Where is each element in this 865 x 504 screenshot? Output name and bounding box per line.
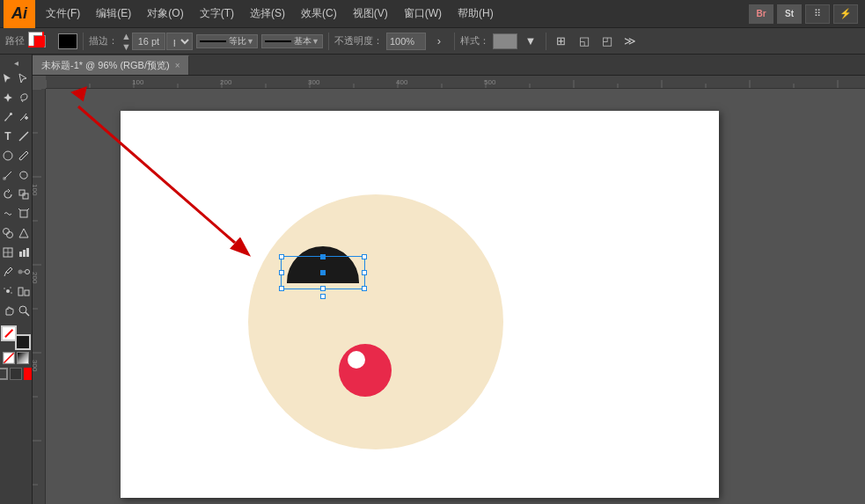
blob-brush-tool[interactable] [16,165,32,185]
type-tool[interactable]: T [0,127,16,146]
eyedropper-tool[interactable] [0,262,16,281]
tool-row-4: T [0,127,32,146]
column-graph-tool[interactable] [16,281,32,301]
svg-point-12 [4,229,10,235]
svg-point-6 [3,177,6,180]
settings-btn[interactable]: ⚡ [833,4,858,24]
line-style-preview[interactable]: 等比 ▼ [196,34,258,48]
stroke-size-input[interactable] [132,33,165,50]
svg-rect-60 [33,89,46,504]
sep4 [546,33,546,50]
opacity-extra-btn[interactable]: › [429,32,449,51]
select-tool[interactable] [0,69,16,88]
tab-title: 未标题-1* @ 96% (RGB/预览) [41,59,170,72]
direct-select-tool[interactable] [16,69,32,88]
stroke-unit-select[interactable]: pt [166,33,193,50]
sep1 [83,33,84,50]
menu-text[interactable]: 文字(T) [193,4,241,23]
hand-tool[interactable] [0,301,16,320]
tool-row-3 [0,107,32,127]
svg-point-28 [11,292,12,294]
menu-effect[interactable]: 效果(C) [294,4,344,23]
tab-close[interactable]: × [175,61,180,70]
tool-row-12 [0,281,32,301]
rotate-tool[interactable] [0,185,16,204]
svg-text:100: 100 [132,78,144,86]
pencil-tool[interactable] [0,165,16,185]
stroke-color-swatch[interactable] [58,33,77,49]
free-transform-tool[interactable] [16,204,32,223]
symbol-sprayer-tool[interactable] [0,281,16,301]
style-preview[interactable] [493,33,517,49]
fill-swatch[interactable] [1,325,17,341]
scale-tool[interactable] [16,185,32,204]
svg-line-4 [19,132,28,141]
artboard[interactable] [121,111,719,498]
transform-icon[interactable]: ◱ [575,32,594,51]
lasso-tool[interactable] [16,88,32,107]
ai-logo: Ai [4,0,35,28]
canvas-container: 未标题-1* @ 96% (RGB/预览) × 100 200 300 400 … [33,55,865,504]
paintbrush-tool[interactable] [16,146,32,165]
tool-row-7 [0,185,32,204]
line-style-label: 等比 [229,35,246,47]
style-label: 样式： [460,34,489,47]
menu-items: 文件(F) 编辑(E) 对象(O) 文字(T) 选择(S) 效果(C) 视图(V… [39,4,749,23]
zoom-tool[interactable] [16,301,32,320]
svg-point-75 [339,344,392,397]
gradient-btn[interactable] [17,352,29,364]
style-extra-btn[interactable]: ▼ [521,32,540,51]
stock-btn[interactable]: St [777,4,802,24]
line-tool[interactable] [16,127,32,146]
toolbox: ◂ T [0,55,33,504]
grid-btn[interactable]: ⠿ [805,4,830,24]
profile-label: 基本 [294,35,312,47]
svg-point-27 [10,287,11,289]
blend-tool[interactable] [16,262,32,281]
canvas-area[interactable]: 100 200 300 400 500 100 200 300 [33,76,865,504]
profile-preview[interactable]: 基本 ▼ [261,34,323,48]
svg-rect-20 [26,248,29,257]
shape-builder-tool[interactable] [0,223,16,243]
pathfinder-icon[interactable]: ◰ [597,32,617,51]
normal-mode-btn[interactable] [0,368,8,380]
pen-tool[interactable] [0,107,16,127]
menu-view[interactable]: 视图(V) [346,4,395,23]
align-icon[interactable]: ⊞ [552,32,571,51]
tool-row-10 [0,243,32,262]
path-label: 路径 [5,34,25,47]
menu-window[interactable]: 窗口(W) [397,4,449,23]
svg-rect-8 [23,194,28,199]
menu-edit[interactable]: 编辑(E) [89,4,138,23]
svg-point-31 [19,306,26,313]
stroke-fill-swatch[interactable] [28,32,55,51]
magic-wand-tool[interactable] [0,88,16,107]
ruler-left: 100 200 300 [33,89,46,504]
svg-rect-29 [18,288,23,296]
toolbox-collapse[interactable]: ◂ [0,56,32,69]
warp-tool[interactable] [0,204,16,223]
opacity-label: 不透明度： [334,34,383,47]
svg-rect-18 [19,252,22,257]
opacity-input[interactable] [386,33,426,50]
perspective-grid-tool[interactable] [16,223,32,243]
color-controls [0,325,32,380]
isolation-mode-btn[interactable] [10,368,22,380]
none-btn[interactable] [3,352,15,364]
ellipse-tool[interactable] [0,146,16,165]
menu-object[interactable]: 对象(O) [140,4,190,23]
menu-help[interactable]: 帮助(H) [451,4,501,23]
mesh-tool[interactable] [0,243,16,262]
tool-row-13 [0,301,32,320]
menu-file[interactable]: 文件(F) [39,4,87,23]
menu-select[interactable]: 选择(S) [243,4,292,23]
stroke-swatch[interactable] [15,334,31,350]
add-anchor-tool[interactable] [16,107,32,127]
more-icon[interactable]: ≫ [620,32,640,51]
svg-text:100: 100 [33,184,39,196]
graph-tool[interactable] [16,243,32,262]
draw-inside-btn[interactable] [24,368,33,380]
svg-marker-79 [70,86,92,105]
bridge-btn[interactable]: Br [749,4,773,24]
document-tab[interactable]: 未标题-1* @ 96% (RGB/预览) × [33,55,189,75]
